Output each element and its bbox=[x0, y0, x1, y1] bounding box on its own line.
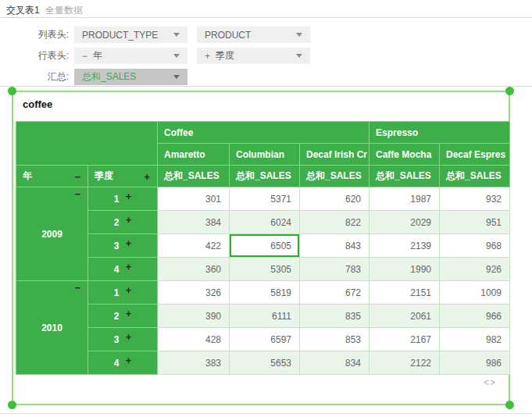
quarter-value: 2 bbox=[114, 311, 120, 322]
data-cell[interactable]: 326 bbox=[158, 281, 230, 305]
measure-header[interactable]: 总和_SALES bbox=[440, 166, 510, 187]
expand-icon[interactable]: + bbox=[126, 308, 132, 319]
quarter-dimension-dropdown[interactable]: + 季度 bbox=[197, 48, 310, 64]
data-cell[interactable]: 951 bbox=[440, 211, 510, 234]
data-cell[interactable]: 422 bbox=[158, 234, 230, 258]
data-cell[interactable]: 5653 bbox=[230, 351, 300, 375]
data-cell[interactable]: 384 bbox=[158, 211, 230, 234]
collapse-icon[interactable]: − bbox=[74, 188, 80, 200]
product-column-header[interactable]: Caffe Mocha bbox=[370, 144, 440, 166]
data-cell[interactable]: 1987 bbox=[370, 187, 440, 211]
data-cell[interactable]: 822 bbox=[300, 211, 370, 234]
column-header-label: 列表头: bbox=[0, 27, 69, 43]
data-cell[interactable]: 2122 bbox=[370, 351, 440, 375]
resize-handle-bottom-left[interactable] bbox=[8, 401, 16, 409]
data-cell[interactable]: 2151 bbox=[370, 281, 440, 305]
quarter-cell[interactable]: 2 + bbox=[88, 305, 158, 328]
data-cell[interactable]: 853 bbox=[300, 328, 370, 351]
data-cell[interactable]: 390 bbox=[158, 305, 230, 328]
quarter-cell[interactable]: 4 + bbox=[88, 258, 158, 281]
data-cell[interactable]: 6024 bbox=[230, 211, 300, 234]
product-column-header[interactable]: Amaretto bbox=[158, 144, 230, 166]
chevron-down-icon bbox=[173, 33, 180, 37]
product-column-header[interactable]: Decaf Espres bbox=[440, 144, 510, 166]
resize-handle-top-left[interactable] bbox=[8, 87, 16, 95]
year-cell-2009[interactable]: − 2009 bbox=[16, 187, 88, 281]
quarter-cell[interactable]: 1 + bbox=[88, 281, 158, 305]
data-cell[interactable]: 428 bbox=[158, 328, 230, 351]
data-cell[interactable]: 2061 bbox=[370, 305, 440, 328]
collapse-icon[interactable]: − bbox=[74, 282, 80, 294]
selected-data-cell[interactable]: 6505 bbox=[230, 234, 300, 258]
column-group-coffee[interactable]: Coffee bbox=[158, 122, 370, 144]
data-cell[interactable]: 2167 bbox=[370, 328, 440, 351]
quarter-cell[interactable]: 3 + bbox=[88, 234, 158, 258]
data-cell[interactable]: 1990 bbox=[370, 258, 440, 281]
data-cell[interactable]: 6597 bbox=[230, 328, 300, 351]
data-cell[interactable]: 986 bbox=[440, 351, 510, 375]
quarter-cell[interactable]: 4 + bbox=[88, 351, 158, 375]
expand-icon[interactable]: + bbox=[126, 261, 132, 273]
data-cell[interactable]: 926 bbox=[440, 258, 510, 281]
data-cell[interactable]: 383 bbox=[158, 351, 230, 375]
data-cell[interactable]: 5819 bbox=[230, 281, 300, 305]
year-cell-2010[interactable]: − 2010 bbox=[16, 281, 88, 375]
summary-dropdown[interactable]: 总和_SALES bbox=[74, 69, 187, 85]
data-cell[interactable]: 783 bbox=[300, 258, 370, 281]
quarter-value: 3 bbox=[114, 241, 120, 251]
data-cell[interactable]: 360 bbox=[158, 258, 230, 281]
data-cell[interactable]: 843 bbox=[300, 234, 370, 258]
measure-header[interactable]: 总和_SALES bbox=[300, 166, 370, 187]
expand-icon[interactable]: + bbox=[144, 170, 150, 182]
product-dropdown[interactable]: PRODUCT bbox=[197, 27, 310, 43]
data-cell[interactable]: 834 bbox=[300, 351, 370, 375]
data-cell[interactable]: 2139 bbox=[370, 234, 440, 258]
measure-header[interactable]: 总和_SALES bbox=[370, 166, 440, 187]
summary-label: 汇总: bbox=[0, 69, 69, 85]
quarter-dimension-header[interactable]: 季度 + bbox=[88, 166, 158, 187]
quarter-value: 4 bbox=[114, 358, 120, 369]
expand-icon[interactable]: + bbox=[126, 237, 132, 249]
expand-icon[interactable]: + bbox=[126, 214, 132, 226]
data-cell[interactable]: 2029 bbox=[370, 211, 440, 234]
quarter-cell[interactable]: 1 + bbox=[88, 187, 158, 211]
resize-handle-top-right[interactable] bbox=[505, 87, 514, 95]
data-cell[interactable]: 620 bbox=[300, 187, 370, 211]
product-column-header[interactable]: Decaf Irish Cr bbox=[300, 144, 370, 166]
data-cell[interactable]: 301 bbox=[158, 187, 230, 211]
data-cell[interactable]: 6111 bbox=[230, 305, 300, 328]
data-cell[interactable]: 966 bbox=[440, 305, 510, 328]
product-type-dropdown[interactable]: PRODUCT_TYPE bbox=[74, 27, 187, 43]
product-column-header[interactable]: Columbian bbox=[230, 144, 300, 166]
expand-icon[interactable]: + bbox=[126, 191, 132, 202]
data-cell[interactable]: 835 bbox=[300, 305, 370, 328]
year-dimension-dropdown[interactable]: − 年 bbox=[74, 48, 187, 64]
widget-tab-title[interactable]: 交叉表1 bbox=[6, 4, 40, 17]
data-cell[interactable]: 5305 bbox=[230, 258, 300, 281]
year-dim-label: 年 bbox=[23, 170, 32, 181]
quarter-cell[interactable]: 3 + bbox=[88, 328, 158, 351]
quarter-cell[interactable]: 2 + bbox=[88, 211, 158, 234]
data-cell[interactable]: 1009 bbox=[440, 281, 510, 305]
measure-header[interactable]: 总和_SALES bbox=[230, 166, 300, 187]
expand-icon[interactable]: + bbox=[126, 355, 132, 366]
chevron-down-icon bbox=[173, 75, 180, 79]
quarter-value: 4 bbox=[114, 264, 120, 275]
quarter-value: 1 bbox=[114, 194, 120, 205]
data-cell[interactable]: 982 bbox=[440, 328, 510, 351]
column-group-espresso[interactable]: Espresso bbox=[370, 122, 510, 144]
expand-icon[interactable]: + bbox=[126, 331, 132, 343]
pagination-arrows[interactable]: <> bbox=[484, 377, 496, 388]
row-header-label: 行表头: bbox=[0, 48, 69, 64]
resize-handle-bottom-right[interactable] bbox=[505, 401, 514, 409]
collapse-icon[interactable]: − bbox=[74, 170, 80, 182]
data-cell[interactable]: 5371 bbox=[230, 187, 300, 211]
data-cell[interactable]: 968 bbox=[440, 234, 510, 258]
data-cell[interactable]: 932 bbox=[440, 187, 510, 211]
year-dimension-header[interactable]: 年 − bbox=[16, 166, 88, 187]
full-data-tab[interactable]: 全量数据 bbox=[45, 4, 83, 17]
data-cell[interactable]: 672 bbox=[300, 281, 370, 305]
expand-icon[interactable]: + bbox=[126, 284, 132, 296]
measure-header[interactable]: 总和_SALES bbox=[158, 166, 230, 187]
top-tab-bar: 交叉表1 全量数据 bbox=[0, 0, 532, 18]
